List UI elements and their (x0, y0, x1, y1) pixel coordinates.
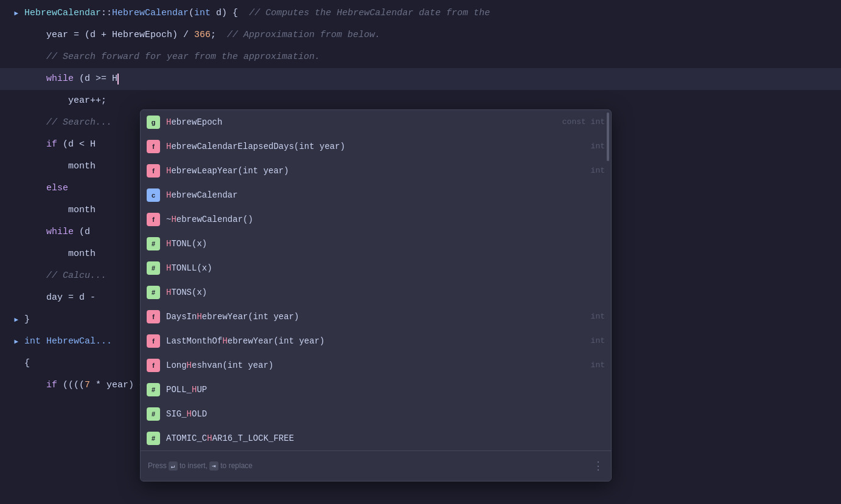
ac-name-14: ATOMIC_CHAR16_T_LOCK_FREE (166, 427, 599, 449)
ac-item-4[interactable]: c HebrewCalendar (141, 183, 611, 207)
ac-item-9[interactable]: f DaysInHebrewYear(int year) int (141, 305, 611, 329)
ac-name-2: HebrewCalendarElapsedDays(int year) (166, 136, 585, 157)
ac-item-13[interactable]: # SIG_HOLD (141, 402, 611, 426)
ac-item-3[interactable]: f HebrewLeapYear(int year) int (141, 159, 611, 183)
code-line-1: ▶ HebrewCalendar::HebrewCalendar(int d) … (0, 2, 841, 24)
autocomplete-list: g HebrewEpoch const int f HebrewCalendar… (141, 110, 611, 450)
ac-icon-f9: f (147, 310, 160, 323)
ac-type-10: int (591, 330, 605, 352)
ac-icon-hash13: # (147, 407, 160, 421)
ac-item-6[interactable]: # HTONL(x) (141, 232, 611, 256)
ac-item-11[interactable]: f LongHeshvan(int year) int (141, 353, 611, 378)
gutter-15: ▶ (0, 309, 22, 331)
more-options-button[interactable]: ⋮ (593, 455, 604, 477)
ac-name-6: HTONL(x) (166, 233, 599, 255)
ac-type-3: int (591, 160, 605, 182)
ac-name-10: LastMonthOfHebrewYear(int year) (166, 330, 585, 352)
gutter-16: ▶ (0, 331, 22, 353)
ac-icon-hash6: # (147, 237, 160, 250)
ac-icon-c4: c (147, 188, 160, 202)
ac-name-13: SIG_HOLD (166, 403, 599, 425)
ac-type-2: int (591, 136, 605, 157)
ac-icon-f11: f (147, 359, 160, 372)
ac-name-12: POLL_HUP (166, 379, 599, 401)
autocomplete-footer: Press ↵ to insert, ⇥ to replace ⋮ (141, 450, 611, 481)
autocomplete-dropdown[interactable]: g HebrewEpoch const int f HebrewCalendar… (140, 109, 612, 482)
token: HebrewCalendar (24, 2, 101, 24)
ac-type-11: int (591, 354, 605, 376)
ac-name-9: DaysInHebrewYear(int year) (166, 306, 585, 328)
ac-icon-hash7: # (147, 261, 160, 275)
ac-icon-f2: f (147, 140, 160, 153)
gutter-1: ▶ (0, 2, 22, 24)
ac-icon-g: g (147, 116, 160, 129)
code-line-3: // Search forward for year from the appr… (0, 46, 841, 68)
ac-item-14[interactable]: # ATOMIC_CHAR16_T_LOCK_FREE (141, 426, 611, 450)
ac-icon-f10: f (147, 334, 160, 348)
text-cursor (117, 74, 119, 85)
autocomplete-scrollbar[interactable] (606, 110, 610, 481)
ac-name-1: HebrewEpoch (166, 111, 556, 133)
ac-item-8[interactable]: # HTONS(x) (141, 280, 611, 305)
ac-type-9: int (591, 306, 605, 328)
ac-name-5: ~HebrewCalendar() (166, 209, 599, 230)
ac-item-10[interactable]: f LastMonthOfHebrewYear(int year) int (141, 329, 611, 353)
code-line-2: year = (d + HebrewEpoch) / 366; // Appro… (0, 24, 841, 46)
ac-item-7[interactable]: # HTONLL(x) (141, 256, 611, 280)
ac-name-7: HTONLL(x) (166, 257, 599, 279)
insert-key: ↵ (169, 461, 178, 471)
ac-name-3: HebrewLeapYear(int year) (166, 160, 585, 182)
code-line-5: year++; (0, 90, 841, 112)
ac-item-2[interactable]: f HebrewCalendarElapsedDays(int year) in… (141, 134, 611, 159)
ac-icon-f3: f (147, 164, 160, 178)
scroll-thumb (607, 112, 609, 161)
ac-item-12[interactable]: # POLL_HUP (141, 378, 611, 402)
replace-key: ⇥ (209, 461, 218, 471)
ac-type-1: const int (562, 111, 605, 133)
ac-name-4: HebrewCalendar (166, 184, 599, 206)
ac-name-8: HTONS(x) (166, 281, 599, 303)
ac-name-11: LongHeshvan(int year) (166, 354, 585, 376)
code-line-4: while (d >= H (0, 68, 841, 90)
code-editor: ▶ HebrewCalendar::HebrewCalendar(int d) … (0, 0, 841, 504)
ac-item-5[interactable]: f ~HebrewCalendar() (141, 207, 611, 232)
ac-item-1[interactable]: g HebrewEpoch const int (141, 110, 611, 134)
ac-icon-hash8: # (147, 286, 160, 299)
ac-icon-hash12: # (147, 383, 160, 396)
footer-hint: Press ↵ to insert, ⇥ to replace (148, 455, 253, 477)
ac-icon-hash14: # (147, 432, 160, 445)
ac-icon-f5: f (147, 213, 160, 226)
